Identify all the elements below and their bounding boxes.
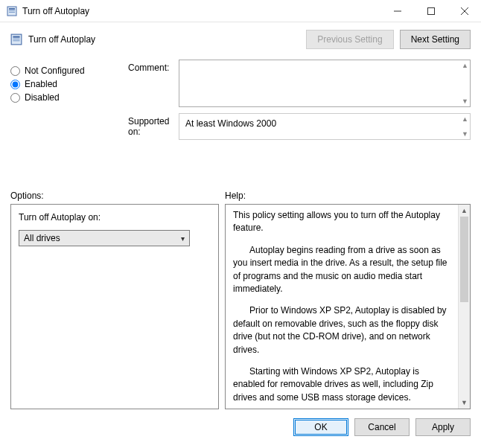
supported-on-value: At least Windows 2000 [185,118,276,129]
radio-not-configured-label: Not Configured [25,65,85,76]
policy-title: Turn off Autoplay [28,34,300,45]
options-panel: Turn off Autoplay on: All drives ▾ [10,204,219,409]
close-button[interactable] [447,0,481,22]
close-icon [461,7,468,15]
radio-disabled[interactable]: Disabled [10,92,128,103]
minimize-button[interactable] [380,0,414,22]
comment-label: Comment: [128,63,179,73]
help-paragraph: Starting with Windows XP SP2, Autoplay i… [233,365,450,404]
ok-button[interactable]: OK [293,418,348,436]
footer: OK Cancel Apply [0,409,481,448]
radio-not-configured-input[interactable] [10,66,20,76]
maximize-button[interactable] [414,0,447,22]
radio-enabled[interactable]: Enabled [10,79,128,89]
supported-on-box: At least Windows 2000 ▲ ▼ [179,113,471,140]
radio-disabled-label: Disabled [25,92,60,103]
state-column: Not Configured Enabled Disabled [10,60,128,180]
svg-rect-1 [9,8,15,10]
scroll-up-icon[interactable]: ▲ [459,205,470,217]
next-setting-button[interactable]: Next Setting [400,30,471,49]
svg-rect-9 [13,36,19,37]
scroll-up-icon[interactable]: ▲ [462,115,468,123]
help-scrollbar[interactable]: ▲ ▼ [458,205,470,409]
title-bar: Turn off Autoplay [0,0,481,22]
help-paragraph: Autoplay begins reading from a drive as … [233,244,450,296]
options-field-label: Turn off Autoplay on: [19,212,211,223]
scroll-down-icon[interactable]: ▼ [462,97,468,105]
labels-column: Comment: Supported on: [128,60,179,180]
policy-icon [10,33,22,45]
radio-not-configured[interactable]: Not Configured [10,65,128,76]
radio-enabled-label: Enabled [25,79,57,89]
autoplay-target-dropdown[interactable]: All drives ▾ [19,230,190,246]
section-labels: Options: Help: [0,183,481,204]
window-title: Turn off Autoplay [22,6,380,16]
dropdown-value: All drives [24,233,181,243]
scroll-down-icon[interactable]: ▼ [462,130,468,138]
svg-rect-5 [427,7,434,14]
comment-textarea[interactable]: ▲ ▼ [179,60,471,107]
help-panel[interactable]: This policy setting allows you to turn o… [226,205,458,409]
lower-pane: Turn off Autoplay on: All drives ▾ This … [0,204,481,409]
previous-setting-button[interactable]: Previous Setting [306,30,393,49]
svg-rect-3 [9,12,15,13]
svg-rect-11 [13,40,19,41]
options-label: Options: [10,191,225,201]
svg-rect-2 [9,10,15,11]
cancel-button[interactable]: Cancel [354,418,410,436]
apply-button[interactable]: Apply [415,418,471,436]
scrollbar-thumb[interactable] [460,217,468,302]
upper-pane: Not Configured Enabled Disabled Comment:… [0,55,481,183]
scroll-down-icon[interactable]: ▼ [459,397,470,409]
radio-enabled-input[interactable] [10,80,20,89]
svg-rect-10 [13,39,19,39]
app-icon [6,5,18,17]
scroll-up-icon[interactable]: ▲ [462,62,468,69]
help-paragraph: This policy setting allows you to turn o… [233,209,450,235]
maximize-icon [427,7,435,15]
help-panel-wrap: This policy setting allows you to turn o… [225,204,471,409]
chevron-down-icon: ▾ [181,234,185,243]
minimize-icon [394,7,401,15]
fields-column: ▲ ▼ At least Windows 2000 ▲ ▼ [179,60,471,180]
supported-on-label: Supported on: [128,116,179,137]
help-label: Help: [225,191,246,201]
help-paragraph: Prior to Windows XP SP2, Autoplay is dis… [233,304,450,356]
policy-header: Turn off Autoplay Previous Setting Next … [0,22,481,55]
radio-disabled-input[interactable] [10,93,20,103]
